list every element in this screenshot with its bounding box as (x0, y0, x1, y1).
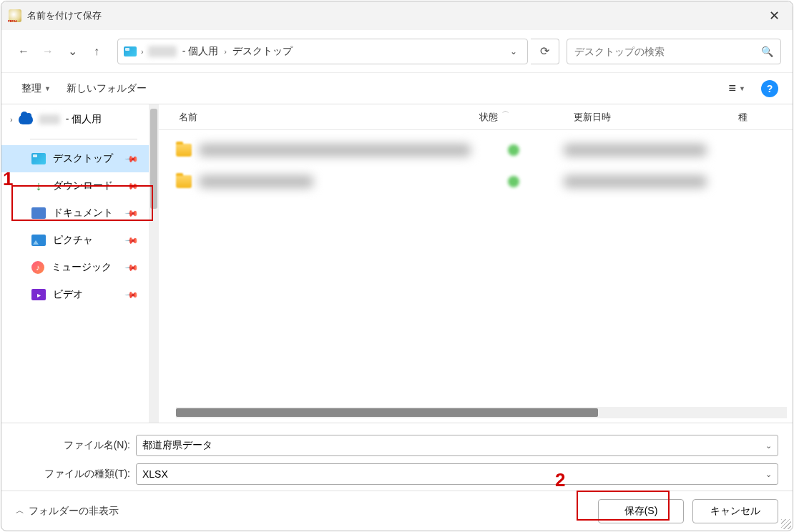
file-row[interactable] (159, 166, 793, 197)
new-folder-button[interactable]: 新しいフォルダー (61, 78, 152, 99)
cancel-button[interactable]: キャンセル (692, 499, 778, 523)
folder-tree[interactable]: › - 個人用 デスクトップ 📌 ↓ ダウンロード 📌 (1, 104, 149, 423)
filename-input[interactable]: 都道府県データ ⌄ (136, 435, 778, 456)
chevron-right-icon[interactable]: › (10, 115, 13, 124)
download-icon: ↓ (31, 180, 46, 192)
sidebar-item-downloads[interactable]: ↓ ダウンロード 📌 (1, 172, 149, 200)
app-icon (9, 9, 21, 22)
breadcrumb-separator-icon: › (141, 47, 144, 56)
tree-root-onedrive[interactable]: › - 個人用 (1, 109, 149, 130)
file-date-blurred (564, 175, 707, 188)
filename-value: 都道府県データ (142, 439, 212, 452)
sidebar-item-pictures[interactable]: ピクチャ 📌 (1, 227, 149, 254)
pictures-icon (31, 235, 46, 246)
folder-icon (176, 175, 192, 188)
view-options-button[interactable]: ≡ ▼ (725, 78, 750, 99)
scrollbar-thumb[interactable] (150, 109, 157, 209)
organize-button[interactable]: 整理 ▼ (16, 78, 57, 99)
title-bar: 名前を付けて保存 ✕ (1, 1, 793, 30)
hide-folders-button[interactable]: ︿ フォルダーの非表示 (16, 505, 119, 518)
music-icon: ♪ (31, 261, 44, 274)
address-dropdown-button[interactable]: ⌄ (506, 46, 521, 56)
file-list-pane: ︿ 名前 状態 更新日時 種 (159, 104, 793, 423)
recent-locations-button[interactable]: ⌄ (62, 41, 83, 62)
window-title: 名前を付けて保存 (27, 9, 102, 22)
filetype-value: XLSX (142, 468, 168, 480)
forward-button[interactable]: → (37, 41, 59, 62)
pin-icon[interactable]: 📌 (124, 260, 139, 275)
video-icon: ▸ (31, 289, 46, 300)
hide-folders-label: フォルダーの非表示 (29, 505, 119, 518)
chevron-up-icon: ︿ (16, 505, 24, 517)
folder-icon (176, 144, 192, 157)
file-name-blurred (199, 175, 313, 188)
search-input[interactable] (574, 46, 761, 57)
horizontal-scrollbar[interactable] (176, 407, 787, 418)
chevron-down-icon[interactable]: ⌄ (765, 470, 772, 479)
tree-root-label: - 個人用 (66, 113, 102, 126)
refresh-button[interactable]: ⟳ (531, 39, 559, 64)
breadcrumb-separator-icon: › (224, 47, 227, 56)
search-icon[interactable]: 🔍 (761, 46, 773, 57)
sidebar-item-label: デスクトップ (53, 152, 113, 165)
scrollbar-thumb[interactable] (176, 408, 598, 417)
sidebar-item-label: ミュージック (52, 261, 112, 274)
navigation-bar: ← → ⌄ ↑ › - 個人用 › デスクトップ ⌄ ⟳ 🔍 (1, 30, 793, 73)
chevron-down-icon[interactable]: ⌄ (765, 441, 772, 450)
main-area: › - 個人用 デスクトップ 📌 ↓ ダウンロード 📌 (1, 104, 793, 423)
breadcrumb-desktop[interactable]: デスクトップ (231, 42, 294, 61)
sidebar-item-music[interactable]: ♪ ミュージック 📌 (1, 254, 149, 281)
organize-label: 整理 (21, 82, 41, 95)
sidebar-item-desktop[interactable]: デスクトップ 📌 (1, 145, 149, 172)
pin-icon[interactable]: 📌 (124, 233, 139, 248)
pin-icon[interactable]: 📌 (124, 179, 139, 194)
sidebar-item-documents[interactable]: ドキュメント 📌 (1, 200, 149, 227)
pin-icon[interactable]: 📌 (124, 206, 139, 221)
column-headers: 名前 状態 更新日時 種 (159, 104, 793, 130)
sidebar-item-label: ビデオ (53, 288, 83, 301)
resize-grip[interactable] (781, 519, 791, 529)
location-icon (124, 46, 137, 56)
file-date-blurred (564, 144, 707, 157)
tree-user-blurred (39, 114, 60, 124)
breadcrumb-personal[interactable]: - 個人用 (181, 42, 220, 61)
tree-divider (30, 139, 137, 139)
desktop-icon (31, 153, 46, 164)
file-list[interactable] (159, 130, 793, 407)
sidebar-item-videos[interactable]: ▸ ビデオ 📌 (1, 281, 149, 308)
chevron-down-icon: ▼ (739, 85, 745, 92)
file-row[interactable] (159, 134, 793, 166)
back-button[interactable]: ← (13, 41, 34, 62)
help-button[interactable]: ? (761, 80, 778, 97)
column-header-name[interactable]: 名前 (179, 111, 479, 124)
address-bar[interactable]: › - 個人用 › デスクトップ ⌄ (117, 39, 528, 64)
file-name-blurred (199, 144, 471, 157)
column-header-status[interactable]: 状態 (479, 111, 574, 124)
breadcrumb-user-blurred[interactable] (148, 46, 177, 57)
column-header-date[interactable]: 更新日時 (574, 111, 738, 124)
sidebar-item-label: ドキュメント (53, 207, 113, 220)
file-status (492, 176, 535, 187)
search-box[interactable]: 🔍 (567, 39, 781, 64)
sidebar-item-label: ピクチャ (53, 234, 93, 247)
navigation-pane: › - 個人用 デスクトップ 📌 ↓ ダウンロード 📌 (1, 104, 159, 423)
up-button[interactable]: ↑ (86, 41, 107, 62)
file-status (492, 144, 535, 156)
dialog-footer: ︿ フォルダーの非表示 保存(S) キャンセル (1, 491, 793, 531)
toolbar: 整理 ▼ 新しいフォルダー ≡ ▼ ? (1, 73, 793, 104)
sidebar-scrollbar[interactable] (149, 104, 159, 423)
sidebar-item-label: ダウンロード (53, 179, 113, 192)
sort-indicator-icon: ︿ (502, 106, 509, 116)
save-form: ファイル名(N): 都道府県データ ⌄ ファイルの種類(T): XLSX ⌄ (1, 423, 793, 491)
filetype-label: ファイルの種類(T): (16, 468, 130, 481)
documents-icon (31, 207, 46, 219)
close-button[interactable]: ✕ (763, 5, 785, 26)
filetype-select[interactable]: XLSX ⌄ (136, 463, 778, 485)
chevron-down-icon: ▼ (44, 85, 51, 92)
filename-label: ファイル名(N): (16, 439, 130, 452)
save-button[interactable]: 保存(S) (598, 499, 684, 523)
pin-icon[interactable]: 📌 (124, 287, 139, 302)
column-header-type[interactable]: 種 (738, 111, 767, 124)
onedrive-icon (19, 114, 33, 124)
pin-icon[interactable]: 📌 (124, 152, 139, 167)
